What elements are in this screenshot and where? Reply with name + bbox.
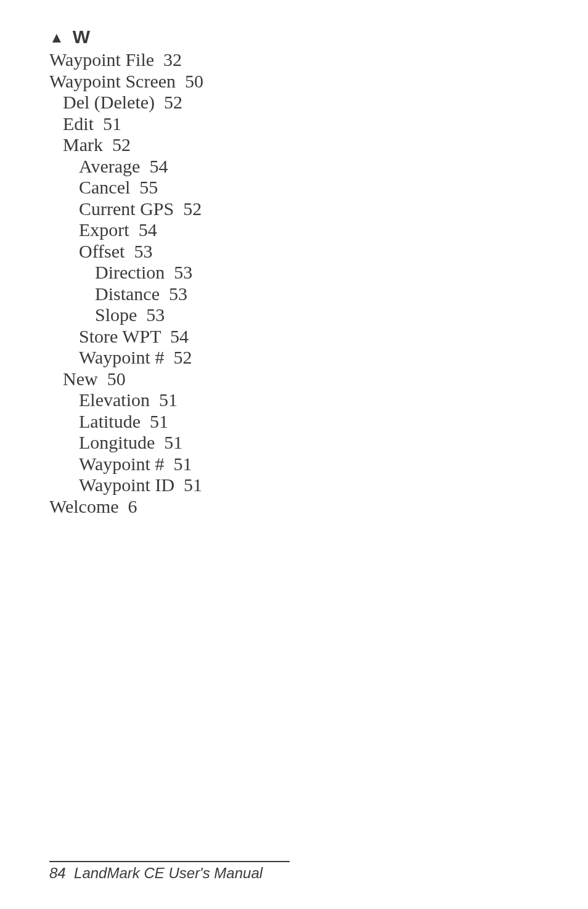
index-entry: Waypoint ID 51 bbox=[79, 475, 539, 496]
index-entry: Latitude 51 bbox=[79, 411, 539, 433]
section-letter: W bbox=[73, 26, 90, 47]
index-section-header: ▲W bbox=[49, 26, 539, 48]
index-entries: Waypoint File 32Waypoint Screen 50Del (D… bbox=[49, 49, 539, 517]
index-entry: Distance 53 bbox=[95, 283, 539, 305]
index-entry: Direction 53 bbox=[95, 262, 539, 283]
triangle-marker-icon: ▲ bbox=[49, 29, 64, 47]
index-entry: Store WPT 54 bbox=[79, 326, 539, 348]
index-entry: Waypoint # 51 bbox=[79, 454, 539, 475]
index-entry: Average 54 bbox=[79, 156, 539, 177]
index-entry: Waypoint Screen 50 bbox=[49, 71, 539, 92]
index-entry: Elevation 51 bbox=[79, 389, 539, 411]
page: ▲W Waypoint File 32Waypoint Screen 50Del… bbox=[0, 0, 588, 909]
index-entry: Export 54 bbox=[79, 219, 539, 241]
index-entry: Welcome 6 bbox=[49, 496, 539, 518]
index-entry: Longitude 51 bbox=[79, 432, 539, 454]
footer-rule bbox=[49, 861, 290, 862]
index-entry: Slope 53 bbox=[95, 304, 539, 326]
manual-title: LandMark CE User's Manual bbox=[74, 865, 263, 881]
index-entry: New 50 bbox=[63, 369, 539, 390]
index-entry: Cancel 55 bbox=[79, 177, 539, 198]
page-number: 84 bbox=[49, 865, 66, 881]
index-entry: Waypoint File 32 bbox=[49, 49, 539, 71]
index-entry: Waypoint # 52 bbox=[79, 347, 539, 369]
footer: 84 LandMark CE User's Manual bbox=[49, 865, 263, 882]
index-entry: Del (Delete) 52 bbox=[63, 92, 539, 113]
index-entry: Current GPS 52 bbox=[79, 198, 539, 220]
index-entry: Mark 52 bbox=[63, 134, 539, 156]
index-entry: Offset 53 bbox=[79, 241, 539, 263]
index-entry: Edit 51 bbox=[63, 113, 539, 135]
